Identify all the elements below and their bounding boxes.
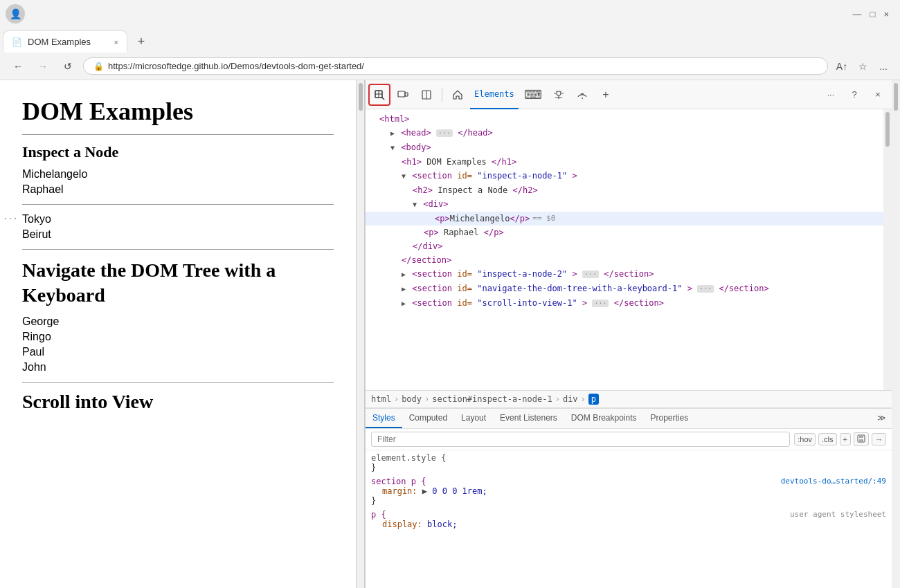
styles-filter-row: :hov .cls + → [366, 429, 892, 450]
browser-more-button[interactable]: ... [875, 58, 892, 75]
css-rule-p: p { user agent stylesheet display: block… [371, 510, 886, 529]
divider-2 [22, 204, 334, 205]
minimize-button[interactable]: — [853, 9, 862, 19]
forward-button[interactable]: → [33, 57, 53, 76]
p-selector: p { [371, 510, 386, 520]
tab-bar: 📄 DOM Examples × + [0, 28, 900, 53]
debug-tool[interactable] [548, 84, 570, 106]
tab-dom-breakpoints[interactable]: DOM Breakpoints [564, 409, 644, 428]
devtools-scrollbar[interactable] [892, 80, 900, 588]
favorites-button[interactable]: ☆ [854, 58, 871, 75]
styles-tabs: Styles Computed Layout Event Listeners D… [366, 409, 892, 429]
dom-node-section2[interactable]: ▶ <section id= "inspect-a-node-2" > ··· … [366, 267, 883, 282]
add-tool-button[interactable]: + [595, 84, 617, 106]
section-p-selector: section p { [371, 477, 426, 486]
dom-node-body[interactable]: ▼ <body> [366, 140, 883, 155]
section-cities: Tokyo Beirut [22, 213, 334, 241]
section-scroll-into-view: Scroll into View [22, 391, 334, 413]
tab-console[interactable]: ⌨ [520, 80, 546, 109]
dom-node-p-raphael[interactable]: <p> Raphael </p> [366, 226, 883, 239]
dom-scroll-thumb [885, 112, 890, 147]
list-item: Ringo [22, 331, 334, 343]
tab-properties[interactable]: Properties [644, 409, 696, 428]
dom-node-section4[interactable]: ▶ <section id= "scroll-into-view-1" > ··… [366, 296, 883, 311]
dom-node-section1-close[interactable]: </section> [366, 253, 883, 267]
cls-filter-button[interactable]: .cls [818, 433, 837, 445]
styles-filter-input[interactable] [371, 432, 790, 447]
dom-node-html[interactable]: <html> [366, 112, 883, 126]
network-tool[interactable] [571, 84, 593, 106]
page-scrollbar[interactable] [357, 80, 365, 588]
page-content: DOM Examples Inspect a Node Michelangelo… [0, 80, 357, 588]
devtools-help-button[interactable]: ? [843, 84, 865, 106]
dom-scrollbar[interactable] [883, 109, 892, 390]
toolbar-separator-1 [442, 88, 442, 102]
svg-point-14 [582, 98, 583, 99]
browser-tab[interactable]: 📄 DOM Examples × [3, 30, 127, 53]
read-aloud-button[interactable]: A↑ [834, 58, 850, 75]
devtools-close-button[interactable]: × [867, 84, 889, 106]
dom-node-div-close[interactable]: </div> [366, 239, 883, 253]
dom-node-section1[interactable]: ▼ <section id= "inspect-a-node-1" > [366, 169, 883, 183]
styles-panel: Styles Computed Layout Event Listeners D… [366, 408, 892, 588]
tab-event-listeners[interactable]: Event Listeners [493, 409, 564, 428]
css-prop-margin: margin: [382, 486, 422, 496]
css-rule-element-style: element.style { } [371, 453, 886, 472]
dom-tree-area: <html> ▶ <head> ··· </head> ▼ <body> [366, 109, 892, 390]
section-navigate-dom: Navigate the DOM Tree with a Keyboard Ge… [22, 258, 334, 374]
maximize-button[interactable]: □ [870, 9, 876, 19]
home-tool[interactable] [447, 84, 469, 106]
window-close-button[interactable]: × [883, 9, 889, 19]
refresh-button[interactable]: ↺ [58, 57, 78, 76]
page-title: DOM Examples [22, 97, 334, 126]
dom-node-h2[interactable]: <h2> Inspect a Node </h2> [366, 183, 883, 197]
dom-node-p-michelangelo[interactable]: ··· <p> Michelangelo </p> == $0 [366, 212, 883, 226]
dom-node-section3[interactable]: ▶ <section id= "navigate-the-dom-tree-wi… [366, 282, 883, 296]
section-navigate-heading: Navigate the DOM Tree with a Keyboard [22, 258, 334, 309]
css-val-display: block; [427, 520, 457, 529]
tab-elements[interactable]: Elements [470, 80, 519, 109]
browser-window: 👤 — □ × 📄 DOM Examples × + ← → ↺ 🔒 https… [0, 0, 900, 588]
css-source-link[interactable]: devtools-do…started/:49 [781, 477, 886, 486]
breadcrumb-div[interactable]: div [563, 394, 578, 404]
styles-tab-more[interactable]: ≫ [872, 409, 892, 428]
new-tab-button[interactable]: + [130, 30, 152, 53]
breadcrumb-body[interactable]: body [402, 394, 422, 404]
tab-layout[interactable]: Layout [454, 409, 493, 428]
profile-icon[interactable]: 👤 [6, 4, 25, 24]
add-style-button[interactable]: + [840, 433, 851, 445]
list-item: Tokyo [22, 213, 334, 226]
divider-4 [22, 382, 334, 383]
tab-close-button[interactable]: × [114, 38, 118, 46]
url-bar[interactable]: 🔒 https://microsoftedge.github.io/Demos/… [83, 57, 828, 75]
panel-layout-tool[interactable] [415, 84, 438, 106]
section-inspect-a-node: Inspect a Node Michelangelo Raphael [22, 143, 334, 196]
breadcrumb-section[interactable]: section#inspect-a-node-1 [432, 394, 552, 404]
section-scroll-heading: Scroll into View [22, 391, 334, 413]
profile-avatar: 👤 [10, 8, 21, 19]
device-emulation-tool[interactable] [392, 84, 414, 106]
svg-line-10 [560, 91, 561, 92]
dom-node-div[interactable]: ▼ <div> [366, 197, 883, 212]
copy-style-button[interactable]: → [872, 433, 886, 445]
breadcrumb-p[interactable]: p [588, 394, 599, 405]
more-tools-button[interactable]: ··· [820, 84, 842, 106]
inspect-element-tool[interactable] [368, 84, 390, 106]
breadcrumb-html[interactable]: html [371, 394, 391, 404]
dom-node-h1[interactable]: <h1> DOM Examples </h1> [366, 155, 883, 169]
tab-styles[interactable]: Styles [366, 409, 402, 428]
devtools-toolbar: Elements ⌨ [366, 80, 892, 109]
devtools-scroll-thumb [894, 83, 898, 111]
back-button[interactable]: ← [8, 57, 28, 76]
element-style-selector: element.style { [371, 453, 446, 463]
dom-node-head[interactable]: ▶ <head> ··· </head> [366, 126, 883, 140]
save-style-button[interactable] [854, 432, 869, 446]
list-item: Paul [22, 346, 334, 358]
devtools-panel: Elements ⌨ [365, 80, 892, 588]
svg-point-8 [557, 91, 561, 95]
svg-rect-4 [398, 91, 405, 97]
css-rule-section-p: section p { devtools-do…started/:49 marg… [371, 477, 886, 506]
hov-filter-button[interactable]: :hov [794, 433, 816, 445]
lock-icon: 🔒 [93, 62, 104, 71]
tab-computed[interactable]: Computed [402, 409, 454, 428]
